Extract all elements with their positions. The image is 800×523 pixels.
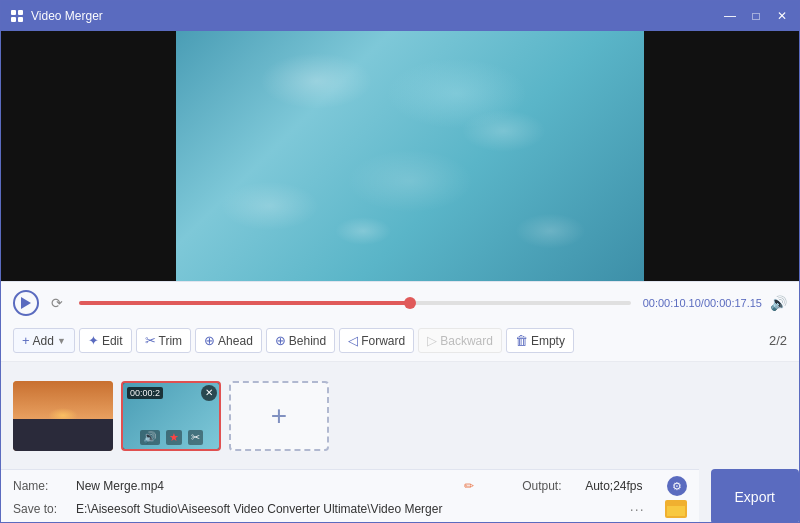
saveto-label: Save to:	[13, 502, 68, 516]
progress-fill	[79, 301, 410, 305]
toolbar: + Add ▼ ✦ Edit ✂ Trim ⊕ Ahead ⊕ Behind ◁…	[1, 324, 799, 362]
main-content: ⟳ 00:00:10.10/00:00:17.15 🔊 + Add ▼ ✦ Ed…	[1, 31, 799, 523]
svg-rect-1	[18, 10, 23, 15]
clip2-timestamp: 00:00:2	[127, 387, 163, 399]
progress-track[interactable]	[79, 301, 631, 305]
empty-label: Empty	[531, 334, 565, 348]
scissors-icon: ✂	[145, 333, 156, 348]
path-dots-button[interactable]: ···	[630, 501, 645, 517]
video-black-left	[1, 31, 176, 281]
app-title: Video Merger	[31, 9, 721, 23]
loop-button[interactable]: ⟳	[47, 293, 67, 313]
svg-marker-4	[21, 297, 31, 309]
play-button[interactable]	[13, 290, 39, 316]
folder-icon[interactable]	[665, 500, 687, 518]
name-edit-icon[interactable]: ✏	[464, 479, 474, 493]
trim-label: Trim	[159, 334, 183, 348]
video-black-right	[644, 31, 799, 281]
edit-label: Edit	[102, 334, 123, 348]
cut-icon: ✂	[188, 430, 203, 445]
backward-icon: ▷	[427, 333, 437, 348]
svg-rect-0	[11, 10, 16, 15]
output-value: Auto;24fps	[585, 479, 642, 493]
app-icon	[9, 8, 25, 24]
add-label: Add	[33, 334, 54, 348]
titlebar: Video Merger — □ ✕	[1, 1, 799, 31]
add-clip-button[interactable]: +	[229, 381, 329, 451]
behind-label: Behind	[289, 334, 326, 348]
behind-icon: ⊕	[275, 333, 286, 348]
backward-label: Backward	[440, 334, 493, 348]
ahead-label: Ahead	[218, 334, 253, 348]
time-current: 00:00:10.10	[643, 297, 701, 309]
clip2-content: 00:00:2 ✕ 🔊 ★ ✂	[123, 383, 219, 449]
edit-button[interactable]: ✦ Edit	[79, 328, 132, 353]
add-icon: +	[22, 333, 30, 348]
svg-rect-3	[18, 17, 23, 22]
export-wrap: Export	[699, 469, 799, 523]
star-icon: ★	[166, 430, 182, 445]
maximize-button[interactable]: □	[747, 7, 765, 25]
video-frame	[176, 31, 644, 281]
volume-button[interactable]: 🔊	[770, 295, 787, 311]
trash-icon: 🗑	[515, 333, 528, 348]
name-output-row: Name: New Merge.mp4 ✏ Output: Auto;24fps…	[13, 476, 687, 496]
clip-item-1[interactable]	[13, 381, 113, 451]
export-button[interactable]: Export	[711, 469, 799, 523]
controls-bar: ⟳ 00:00:10.10/00:00:17.15 🔊	[1, 281, 799, 324]
time-display: 00:00:10.10/00:00:17.15	[643, 297, 762, 309]
window-controls: — □ ✕	[721, 7, 791, 25]
name-label: Name:	[13, 479, 68, 493]
page-counter: 2/2	[769, 333, 787, 348]
dropdown-arrow: ▼	[57, 336, 66, 346]
clip2-icons: 🔊 ★ ✂	[123, 430, 219, 445]
minimize-button[interactable]: —	[721, 7, 739, 25]
clip-strip: 00:00:2 ✕ 🔊 ★ ✂ +	[1, 362, 799, 469]
backward-button[interactable]: ▷ Backward	[418, 328, 502, 353]
video-preview	[1, 31, 799, 281]
time-total: 00:00:17.15	[704, 297, 762, 309]
name-value: New Merge.mp4	[76, 479, 454, 493]
clip-item-2[interactable]: 00:00:2 ✕ 🔊 ★ ✂	[121, 381, 221, 451]
behind-button[interactable]: ⊕ Behind	[266, 328, 335, 353]
audio-icon: 🔊	[140, 430, 160, 445]
empty-button[interactable]: 🗑 Empty	[506, 328, 574, 353]
svg-rect-2	[11, 17, 16, 22]
close-button[interactable]: ✕	[773, 7, 791, 25]
bottom-section: Name: New Merge.mp4 ✏ Output: Auto;24fps…	[1, 469, 799, 523]
edit-icon: ✦	[88, 333, 99, 348]
ahead-icon: ⊕	[204, 333, 215, 348]
trim-button[interactable]: ✂ Trim	[136, 328, 192, 353]
clip1-city	[13, 419, 113, 451]
clip2-close-button[interactable]: ✕	[201, 385, 217, 401]
ahead-button[interactable]: ⊕ Ahead	[195, 328, 262, 353]
saveto-row: Save to: E:\Aiseesoft Studio\Aiseesoft V…	[13, 500, 687, 518]
saveto-path: E:\Aiseesoft Studio\Aiseesoft Video Conv…	[76, 502, 622, 516]
water-overlay	[176, 31, 644, 281]
output-label: Output:	[522, 479, 577, 493]
forward-icon: ◁	[348, 333, 358, 348]
forward-button[interactable]: ◁ Forward	[339, 328, 414, 353]
bottom-bar: Name: New Merge.mp4 ✏ Output: Auto;24fps…	[1, 469, 699, 523]
add-button[interactable]: + Add ▼	[13, 328, 75, 353]
forward-label: Forward	[361, 334, 405, 348]
progress-thumb[interactable]	[404, 297, 416, 309]
settings-icon[interactable]: ⚙	[667, 476, 687, 496]
